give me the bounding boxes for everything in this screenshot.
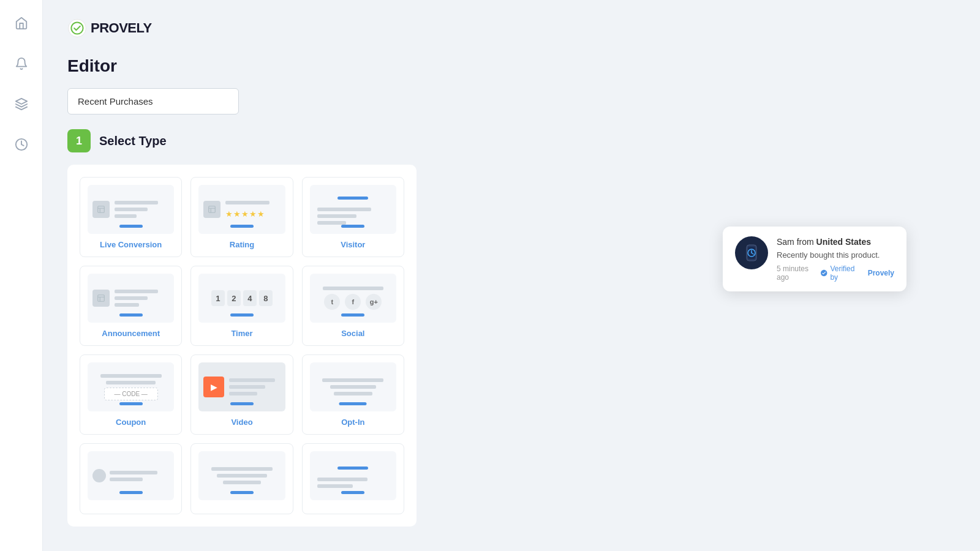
popup-notification: Sam from United States Recently bought t…	[723, 227, 907, 291]
opt-in-label: Opt-In	[341, 418, 364, 427]
rating-label: Rating	[230, 240, 254, 249]
home-icon[interactable]	[10, 12, 32, 34]
type-card-visitor[interactable]: Visitor	[302, 177, 404, 257]
card11-preview	[198, 451, 285, 500]
top-bar: PROVELY	[67, 18, 956, 38]
timer-preview: 1 2 4 8	[198, 274, 285, 323]
notification-name-input[interactable]	[67, 88, 239, 114]
popup-footer: 5 minutes ago Verified by Provely	[777, 264, 894, 282]
svg-marker-0	[15, 99, 26, 104]
step-label: Select Type	[99, 134, 167, 148]
card12-preview	[310, 451, 396, 500]
popup-verified: Verified by Provely	[820, 264, 894, 282]
type-card-opt-in[interactable]: Opt-In	[302, 354, 404, 435]
type-card-announcement[interactable]: Announcement	[80, 266, 182, 346]
type-card-coupon[interactable]: — CODE — Coupon	[80, 354, 182, 435]
video-label: Video	[231, 418, 252, 427]
popup-content: Sam from United States Recently bought t…	[777, 236, 894, 282]
svg-rect-4	[98, 206, 105, 213]
card10-preview	[88, 451, 174, 500]
type-card-10[interactable]	[80, 443, 182, 514]
main-content: PROVELY Editor 1 Select Type	[43, 0, 980, 551]
coupon-label: Coupon	[116, 418, 146, 427]
bell-icon[interactable]	[10, 53, 32, 75]
popup-time: 5 minutes ago	[777, 264, 820, 282]
type-card-social[interactable]: t f g+ Social	[302, 266, 404, 346]
popup-desc: Recently bought this product.	[777, 250, 894, 260]
timer-label: Timer	[231, 329, 252, 338]
type-grid-container: Live Conversion ★★★★★ R	[67, 165, 417, 527]
logo-text: PROVELY	[91, 20, 152, 36]
type-card-rating[interactable]: ★★★★★ Rating	[190, 177, 293, 257]
announcement-label: Announcement	[102, 329, 160, 338]
coupon-preview: — CODE —	[88, 362, 174, 411]
type-grid: Live Conversion ★★★★★ R	[80, 177, 404, 514]
type-card-11[interactable]	[190, 443, 293, 514]
layers-icon[interactable]	[10, 93, 32, 115]
logo: PROVELY	[67, 18, 152, 38]
type-card-timer[interactable]: 1 2 4 8 Timer	[190, 266, 293, 346]
sidebar	[0, 0, 43, 551]
popup-name: Sam from United States	[777, 236, 894, 249]
rating-preview: ★★★★★	[198, 185, 285, 234]
announcement-preview	[88, 274, 174, 323]
video-preview: ▶	[198, 362, 285, 411]
live-conversion-label: Live Conversion	[100, 240, 162, 249]
social-label: Social	[341, 329, 364, 338]
svg-rect-6	[98, 295, 105, 302]
clock-icon[interactable]	[10, 133, 32, 156]
live-conversion-preview	[88, 185, 174, 234]
type-card-video[interactable]: ▶ Video	[190, 354, 293, 435]
page-title: Editor	[67, 56, 956, 76]
social-preview: t f g+	[310, 274, 396, 323]
step-header: 1 Select Type	[67, 129, 956, 152]
visitor-label: Visitor	[341, 240, 365, 249]
svg-rect-5	[209, 206, 216, 213]
visitor-preview	[310, 185, 396, 234]
type-card-live-conversion[interactable]: Live Conversion	[80, 177, 182, 257]
popup-avatar	[735, 236, 768, 269]
opt-in-preview	[310, 362, 396, 411]
step-badge: 1	[67, 129, 91, 152]
type-card-12[interactable]	[302, 443, 404, 514]
